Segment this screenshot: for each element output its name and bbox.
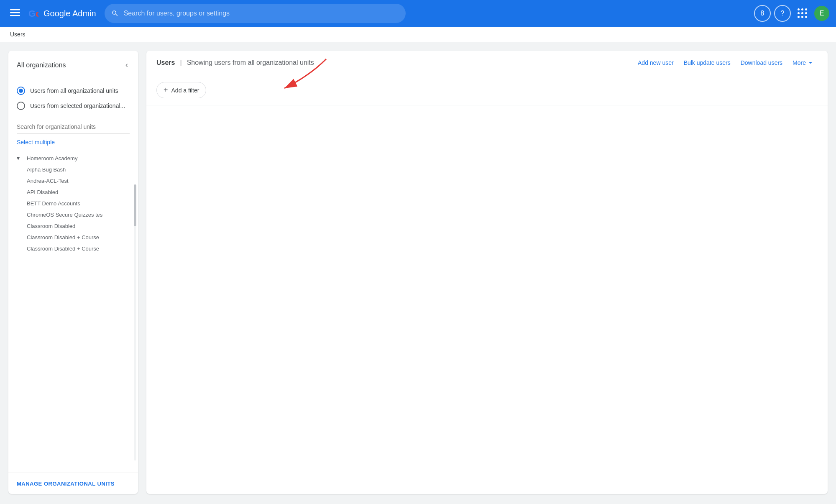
more-button[interactable]: More [789, 57, 818, 68]
radio-all-orgs[interactable]: Users from all organizational units [17, 83, 130, 98]
apps-button[interactable] [794, 5, 811, 22]
radio-all-orgs-label: Users from all organizational units [30, 87, 118, 94]
content-area [146, 105, 828, 139]
help-button[interactable]: ? [774, 5, 791, 22]
list-item[interactable]: Alpha Bug Bash [8, 164, 138, 175]
svg-rect-0 [10, 9, 20, 10]
app-logo: Google Google Admin [28, 8, 96, 18]
add-new-user-button[interactable]: Add new user [634, 58, 677, 68]
org-tree-parent[interactable]: ▾ Homeroom Academy [8, 152, 138, 164]
support-label: 8 [761, 10, 764, 17]
sidebar-footer: MANAGE ORGANIZATIONAL UNITS [8, 473, 138, 494]
svg-rect-1 [10, 12, 20, 13]
add-filter-button[interactable]: + Add a filter [156, 82, 206, 98]
filter-bar: + Add a filter [146, 75, 828, 105]
scrollbar-thumb [134, 184, 136, 226]
app-header: Google Google Admin 8 ? E [0, 0, 836, 27]
select-multiple-link[interactable]: Select multiple [8, 136, 138, 149]
radio-all-orgs-indicator [17, 87, 25, 95]
main-content: All organizations ‹ Users from all organ… [0, 42, 836, 502]
sidebar-title: All organizations [17, 61, 66, 69]
radio-selected-orgs-label: Users from selected organizational... [30, 102, 125, 109]
support-button[interactable]: 8 [754, 5, 771, 22]
sidebar-header: All organizations ‹ [8, 51, 138, 78]
plus-icon: + [164, 86, 168, 95]
manage-org-button[interactable]: MANAGE ORGANIZATIONAL UNITS [17, 481, 115, 487]
list-item[interactable]: Andrea-ACL-Test [8, 175, 138, 187]
list-item[interactable]: Classroom Disabled + Course [8, 243, 138, 254]
radio-section: Users from all organizational units User… [8, 78, 138, 118]
scrollbar-track[interactable] [134, 184, 136, 461]
logo-text: Google Admin [43, 9, 96, 18]
radio-selected-orgs-indicator [17, 102, 25, 110]
global-search-bar[interactable] [105, 4, 406, 23]
sidebar-collapse-button[interactable]: ‹ [124, 59, 130, 71]
panel-title: Users [156, 59, 175, 67]
apps-grid-icon [798, 8, 808, 18]
org-tree: ▾ Homeroom Academy Alpha Bug Bash Andrea… [8, 149, 138, 473]
menu-icon[interactable] [7, 4, 23, 23]
list-item[interactable]: Classroom Disabled [8, 220, 138, 232]
chevron-down-icon [807, 59, 814, 67]
svg-rect-2 [10, 15, 20, 16]
list-item[interactable]: BETT Demo Accounts [8, 198, 138, 209]
main-panel: Users | Showing users from all organizat… [146, 51, 828, 494]
radio-selected-orgs[interactable]: Users from selected organizational... [17, 98, 130, 113]
search-input[interactable] [124, 10, 399, 17]
toolbar-separator: | [180, 59, 182, 67]
search-icon [111, 10, 119, 17]
list-item[interactable]: ChromeOS Secure Quizzes tes [8, 209, 138, 220]
breadcrumb: Users [0, 27, 836, 42]
bulk-update-users-button[interactable]: Bulk update users [680, 58, 734, 68]
download-users-button[interactable]: Download users [737, 58, 786, 68]
org-parent-label: Homeroom Academy [27, 155, 77, 161]
list-item[interactable]: Classroom Disabled + Course [8, 232, 138, 243]
user-avatar[interactable]: E [814, 6, 829, 21]
header-actions: 8 ? E [754, 5, 829, 22]
svg-text:Google: Google [28, 8, 38, 18]
panel-toolbar: Users | Showing users from all organizat… [146, 51, 828, 75]
breadcrumb-text: Users [10, 31, 26, 38]
sidebar: All organizations ‹ Users from all organ… [8, 51, 138, 494]
org-search-input[interactable] [17, 122, 130, 134]
avatar-letter: E [820, 10, 824, 17]
list-item[interactable]: API Disabled [8, 187, 138, 198]
add-filter-label: Add a filter [171, 87, 199, 94]
panel-subtitle: Showing users from all organizational un… [187, 59, 314, 67]
expand-icon: ▾ [17, 155, 23, 161]
help-label: ? [781, 10, 785, 17]
